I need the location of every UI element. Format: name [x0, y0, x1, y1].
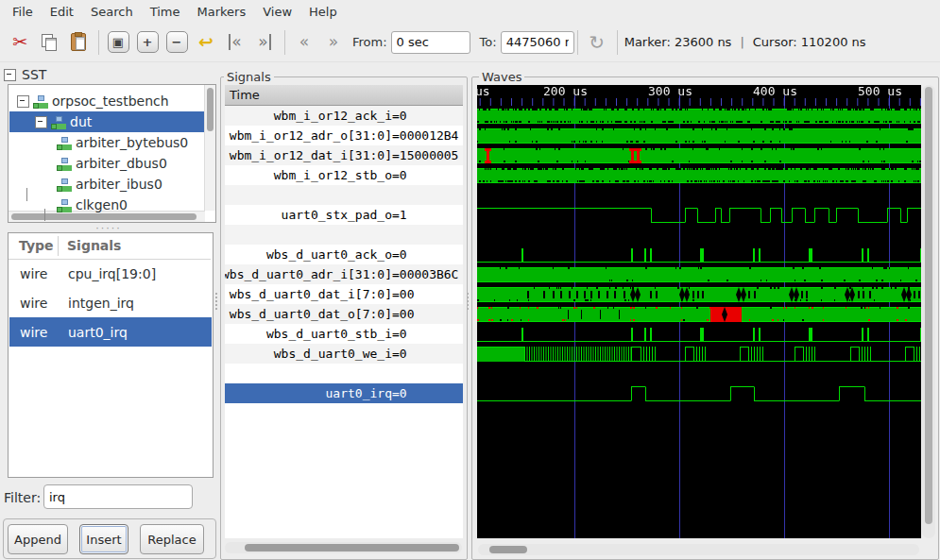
zoom-fit-button[interactable]: ▣	[106, 28, 130, 57]
sst-signals-splitter[interactable]	[214, 293, 218, 310]
zoom-fit-icon: ▣	[108, 31, 129, 53]
signal-name: wbm_i_or12_adr_o[31:0]	[225, 126, 392, 145]
signals-hscrollbar-thumb[interactable]	[245, 544, 459, 552]
cell-signal: cpu_irq[19:0]	[61, 266, 156, 281]
cut-button[interactable]: ✂	[8, 28, 32, 57]
tree-item-label: arbiter_ibus0	[76, 177, 162, 192]
expander-icon[interactable]	[35, 116, 47, 128]
to-input[interactable]	[501, 31, 574, 54]
reload-button[interactable]: ↻	[585, 28, 609, 57]
signal-name: wbs_d_uart0_dat_i[7:0]	[225, 284, 392, 304]
signal-name: wbm_i_or12_ack_i	[225, 106, 392, 126]
signal-row-blank[interactable]	[225, 225, 463, 245]
signal-value: =0	[392, 344, 407, 364]
waves-hscrollbar[interactable]	[478, 544, 919, 555]
signal-row-wbm_i_or12_adr_o[31:0][interactable]: wbm_i_or12_adr_o[31:0]=000012B4	[225, 126, 463, 145]
zoom-undo-button[interactable]: ↩	[194, 28, 218, 57]
insert-button[interactable]: Insert	[79, 524, 128, 554]
signal-value: =0	[392, 165, 407, 185]
toolbar-separator	[617, 30, 618, 55]
tree-vscrollbar[interactable]	[204, 85, 215, 211]
signal-value: =0	[392, 383, 407, 403]
signal-value: =0	[392, 245, 407, 264]
cursor-readout: Cursor: 110200 ns	[753, 35, 866, 49]
replace-button[interactable]: Replace	[140, 524, 204, 554]
tree-vscrollbar-thumb[interactable]	[207, 88, 214, 131]
signal-row-wbm_i_or12_ack_i[interactable]: wbm_i_or12_ack_i=0	[225, 106, 463, 126]
tree-item-clkgen0[interactable]: clkgen0	[9, 195, 204, 215]
append-button[interactable]: Append	[8, 524, 68, 554]
signal-name: wbs_d_uart0_we_i	[225, 344, 392, 364]
signal-row-uart0_stx_pad_o[interactable]: uart0_stx_pad_o=1	[225, 205, 463, 225]
module-icon	[33, 95, 47, 108]
marker-readout: Marker: 23600 ns	[624, 35, 732, 49]
table-row-cpu_irq[19:0][interactable]: wirecpu_irq[19:0]	[9, 259, 212, 288]
go-to-start-button[interactable]: «	[223, 28, 248, 57]
to-label: To:	[480, 35, 497, 49]
go-to-end-button[interactable]: »	[252, 28, 277, 57]
signal-name: wbs_d_uart0_stb_i	[225, 324, 392, 344]
column-header-signals[interactable]: Signals	[67, 238, 121, 253]
signal-row-uart0_irq[interactable]: uart0_irq=0	[225, 383, 463, 403]
shift-right-button[interactable]: »	[321, 28, 346, 57]
filter-input[interactable]	[43, 484, 193, 509]
signal-value: =000012B4	[392, 126, 458, 145]
module-icon	[57, 158, 71, 170]
tree-item-label: clkgen0	[76, 197, 128, 212]
cell-signal: uart0_irq	[61, 325, 128, 340]
table-row-intgen_irq[interactable]: wireintgen_irq	[9, 288, 212, 317]
signal-row-blank[interactable]	[225, 185, 463, 205]
from-input[interactable]	[391, 31, 470, 54]
paste-icon	[71, 33, 86, 51]
copy-button[interactable]	[37, 28, 61, 57]
signal-row-wbs_d_uart0_we_i[interactable]: wbs_d_uart0_we_i=0	[225, 344, 463, 364]
toolbar-separator	[577, 30, 578, 55]
waves-vscrollbar-thumb[interactable]	[925, 87, 932, 524]
column-header-type[interactable]: Type	[19, 238, 54, 253]
menu-item-view[interactable]: View	[254, 2, 300, 22]
sst-tree: orpsoc_testbenchdutarbiter_bytebus0arbit…	[8, 84, 216, 223]
cut-icon: ✂	[12, 33, 27, 51]
signals-hscrollbar[interactable]	[225, 542, 462, 553]
signal-row-blank[interactable]	[225, 364, 463, 383]
signal-row-wbm_i_or12_dat_i[31:0][interactable]: wbm_i_or12_dat_i[31:0]=15000005	[225, 145, 463, 165]
signal-row-wbs_d_uart0_dat_o[7:0][interactable]: wbs_d_uart0_dat_o[7:0]=00	[225, 304, 463, 324]
tree-item-arbiter_bytebus0[interactable]: arbiter_bytebus0	[9, 132, 204, 153]
signal-row-wbs_d_uart0_dat_i[7:0][interactable]: wbs_d_uart0_dat_i[7:0]=00	[225, 284, 463, 304]
signal-row-wbs_d_uart0_adr_i[31:0][interactable]: wbs_d_uart0_adr_i[31:0]=00003B6C	[225, 264, 463, 284]
signal-value: =0	[392, 324, 407, 344]
zoom-in-button[interactable]: +	[135, 28, 160, 57]
menu-item-help[interactable]: Help	[300, 2, 346, 22]
sst-collapse-icon[interactable]	[4, 69, 16, 81]
waves-vscrollbar[interactable]	[922, 85, 935, 538]
tree-item-label: orpsoc_testbench	[52, 93, 169, 109]
wave-canvas[interactable]	[477, 85, 921, 538]
waves-hscrollbar-thumb[interactable]	[489, 546, 527, 553]
tree-item-orpsoc_testbench[interactable]: orpsoc_testbench	[9, 91, 204, 111]
menu-item-edit[interactable]: Edit	[42, 2, 82, 22]
signal-value: =1	[392, 205, 407, 225]
signal-row-wbs_d_uart0_stb_i[interactable]: wbs_d_uart0_stb_i=0	[225, 324, 463, 344]
paste-button[interactable]	[66, 28, 91, 57]
menu-item-markers[interactable]: Markers	[188, 2, 254, 22]
time-header[interactable]: Time	[225, 85, 463, 106]
tree-item-dut[interactable]: dut	[9, 111, 204, 132]
signal-row-wbs_d_uart0_ack_o[interactable]: wbs_d_uart0_ack_o=0	[225, 245, 463, 264]
copy-icon	[42, 34, 57, 51]
facility-table-header: Type Signals	[9, 233, 211, 260]
menu-item-search[interactable]: Search	[82, 2, 142, 22]
menu-item-time[interactable]: Time	[142, 2, 189, 22]
zoom-out-button[interactable]: −	[164, 28, 189, 57]
toolbar-separator	[284, 30, 285, 55]
column-divider[interactable]	[58, 236, 59, 256]
shift-left-button[interactable]: «	[292, 28, 316, 57]
module-icon	[57, 178, 71, 191]
module-icon	[57, 137, 71, 149]
table-row-uart0_irq[interactable]: wireuart0_irq	[9, 317, 212, 347]
tree-item-arbiter_dbus0[interactable]: arbiter_dbus0	[9, 153, 204, 174]
tree-item-arbiter_ibus0[interactable]: arbiter_ibus0	[9, 174, 204, 195]
menu-item-file[interactable]: File	[4, 2, 42, 22]
signal-row-wbm_i_or12_stb_o[interactable]: wbm_i_or12_stb_o=0	[225, 165, 463, 185]
expander-icon[interactable]	[17, 95, 29, 108]
tree-item-label: arbiter_dbus0	[76, 156, 167, 171]
